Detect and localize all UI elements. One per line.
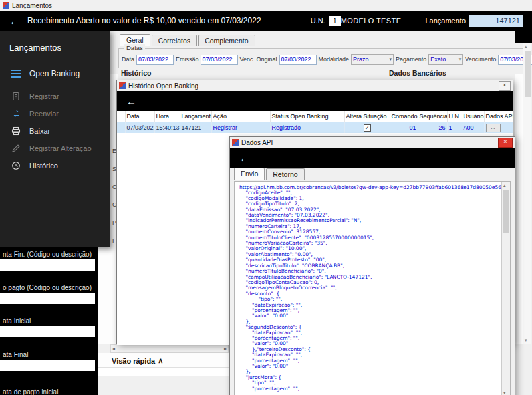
lancamento-field[interactable]: 147121 [469,15,523,27]
dialog-title: Histórico Open Banking [128,82,496,90]
tab-retorno[interactable]: Retorno [266,168,304,180]
data-field[interactable]: 07/03/2022 [136,55,174,65]
back-icon[interactable]: ← [126,96,136,106]
app-window: Lançamentos ← Recebimento Aberto no valo… [0,0,532,395]
col-un: U.N. [447,111,462,122]
dialog-icon [232,139,239,146]
menu-icon[interactable] [11,70,21,78]
dialog-title: Dados API [241,139,495,146]
data-final-input[interactable] [0,360,95,371]
form-fragment: F [112,237,116,244]
modalidade-label: Modalidade [319,56,350,63]
visao-rapida-toggle[interactable]: Visão rápida ∧ [112,356,163,365]
dialog-icon [119,82,126,89]
api-payload-panel: https://api.hm.bb.com.br/cobrancas/v2/bo… [234,181,511,395]
emissao-label: Emissão [176,56,199,63]
col-status: Status Open Banking [270,111,344,122]
cell-dados-api: ... [484,122,513,134]
dialog-titlebar[interactable]: Dados API × [230,137,515,148]
row-selector-header [117,111,125,122]
api-payload-text: https://api.hm.bb.com.br/cobrancas/v2/bo… [239,185,499,392]
sidebar-item-registrar[interactable]: Registrar [0,88,110,105]
pagamento-label: Pagamento [396,56,426,63]
document-icon [11,92,21,101]
back-icon[interactable]: ← [9,16,19,26]
window-title: Lançamentos [12,2,52,9]
main-horizontal-scrollbar[interactable]: ◂ ▸ [110,344,229,353]
dados-api-button[interactable]: ... [486,124,501,132]
cell-status: Registrado [270,122,344,134]
history-clock-icon [11,161,21,170]
scrollbar-thumb[interactable] [503,190,509,233]
tab-complemento[interactable]: Complemento [198,35,255,46]
close-icon[interactable]: × [499,81,511,91]
header-right-strip [515,31,532,43]
dialog-header-bar: ← [230,148,515,168]
sidebar-menu: Lançamentos Open Banking Registrar Reenv… [0,31,110,247]
table-header-row: Data Hora Lançamento Ação Status Open Ba… [117,111,513,122]
chevron-up-icon: ∧ [158,356,163,365]
api-tabstrip: Envio Retorno [230,168,515,180]
row-selector [117,122,125,134]
tab-envio[interactable]: Envio [234,168,265,180]
conta-fin-input[interactable] [0,259,95,271]
tab-correlatos[interactable]: Correlatos [152,35,197,46]
modalidade-select[interactable]: Prazo ▾ [351,54,394,65]
venc-original-field[interactable]: 07/03/2022 [279,55,317,65]
bottom-row [98,367,229,376]
printer-icon [11,126,21,136]
datas-group: Datas Data 07/03/2022 Emissão 07/03/2022… [118,48,528,68]
cell-usuario: A00 [462,122,484,134]
scrollbar-thumb[interactable] [525,51,531,97]
col-usuario: Usuário [462,111,484,122]
pagamento-select[interactable]: Exato ▾ [428,54,463,65]
dialog-titlebar[interactable]: Histórico Open Banking × [117,80,513,91]
data-final-label: ata Final [3,351,28,358]
resend-arrows-icon [11,109,21,118]
dropdown-icon: ▾ [459,57,462,62]
dialog-header-bar: ← [117,91,513,111]
sidebar-item-historico[interactable]: Histórico [0,157,110,174]
scroll-left-icon[interactable]: ◂ [112,346,115,352]
close-icon[interactable]: × [498,138,513,148]
scroll-down-icon[interactable]: ▾ [503,390,506,395]
data-inicial-input[interactable] [0,326,95,337]
checked-checkbox[interactable]: ✓ [364,124,371,132]
scroll-right-icon[interactable]: ▸ [224,346,227,352]
scroll-down-icon[interactable]: ▾ [525,338,527,343]
cell-un: 1 [447,122,462,134]
record-title: Recebimento Aberto no valor de R$ 10,00 … [27,16,261,25]
data-label: Data [122,56,134,63]
emissao-field[interactable]: 07/03/2022 [201,55,238,65]
cell-comando: 01 [390,122,418,134]
un-name: MODELO TESTE [341,17,402,25]
back-icon[interactable]: ← [239,153,249,163]
col-hora: Hora [154,111,180,122]
scroll-up-icon[interactable]: ▴ [525,44,527,49]
col-comando: Comando [390,111,418,122]
lancamento-label: Lançamento [425,17,466,25]
dados-api-dialog: Dados API × ← Envio Retorno https://api.… [229,136,515,395]
sidebar-item-reenviar[interactable]: Reenviar [0,105,110,122]
dados-bancarios-section-label: Dados Bancários [389,69,446,77]
scroll-up-icon[interactable]: ▴ [503,183,506,188]
un-label: U.N. [311,17,325,25]
tipo-pagto-input[interactable] [0,293,95,304]
cell-acao: Registrar [211,122,270,134]
un-field[interactable]: 1 [329,16,341,26]
cell-sequencia: 26 [418,122,447,134]
dropdown-icon: ▾ [390,57,392,62]
venc-original-label: Venc. Original [240,56,277,63]
form-strip-right [515,74,523,344]
sidebar-section-label: Open Banking [29,69,80,78]
data-inicial-label: ata Inicial [3,317,31,325]
data-pagto-inicial-label: ata de pagto inicial [3,388,58,395]
cell-data: 07/03/2022 [125,122,154,134]
record-header: ← Recebimento Aberto no valor de R$ 10,0… [0,11,532,31]
api-scrollbar[interactable]: ▴ ▾ [501,182,510,395]
table-row[interactable]: 07/03/2022 15:40:13 147121 Registrar Reg… [117,122,513,134]
sidebar-item-registrar-alteracao[interactable]: Registrar Alteração [0,140,110,157]
sidebar-item-baixar[interactable]: Baixar [0,122,110,140]
main-vertical-scrollbar[interactable]: ▴ ▾ [523,43,531,344]
form-strip-left-lower [98,247,118,344]
